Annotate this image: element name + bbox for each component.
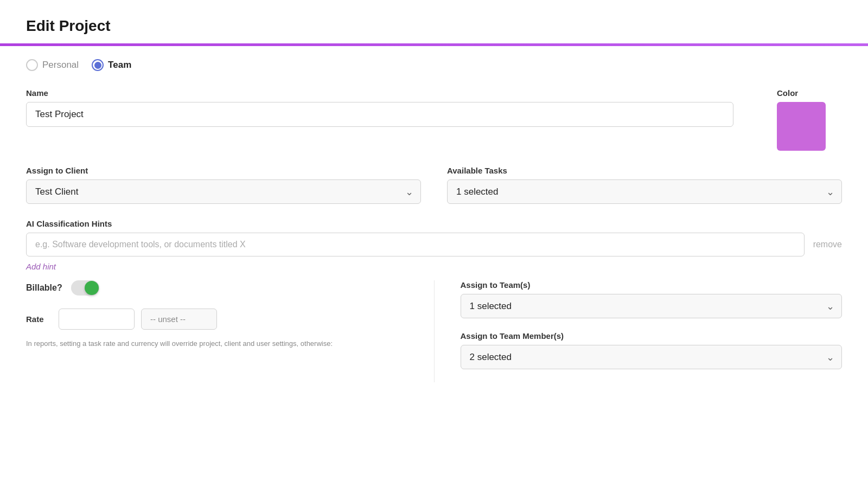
page-title: Edit Project xyxy=(26,17,842,35)
assign-client-select-wrapper: Test Client ⌄ xyxy=(26,179,421,204)
rate-currency-select[interactable]: -- unset -- xyxy=(141,309,217,330)
assign-client-label: Assign to Client xyxy=(26,166,421,175)
rate-label: Rate xyxy=(26,314,52,324)
toggle-track xyxy=(71,280,99,296)
available-tasks-select[interactable]: 1 selected xyxy=(447,179,842,204)
assign-section: Assign to Team(s) 1 selected ⌄ Assign to… xyxy=(435,280,843,382)
color-field-group: Color xyxy=(777,88,842,151)
assign-client-group: Assign to Client Test Client ⌄ xyxy=(26,166,421,204)
assign-teams-select-wrapper: 1 selected ⌄ xyxy=(461,294,843,318)
name-color-layout: Name Color xyxy=(26,88,842,166)
assign-members-group: Assign to Team Member(s) 2 selected ⌄ xyxy=(461,331,843,369)
progress-bar xyxy=(0,43,868,46)
assign-members-label: Assign to Team Member(s) xyxy=(461,331,843,341)
assign-teams-group: Assign to Team(s) 1 selected ⌄ xyxy=(461,280,843,318)
available-tasks-label: Available Tasks xyxy=(447,166,842,175)
project-type-group: Personal Team xyxy=(26,59,842,71)
assign-teams-label: Assign to Team(s) xyxy=(461,280,843,290)
color-swatch[interactable] xyxy=(777,102,826,151)
radio-team-circle xyxy=(92,59,104,71)
add-hint-link[interactable]: Add hint xyxy=(26,262,56,271)
radio-personal[interactable]: Personal xyxy=(26,59,79,71)
billable-rate-section: Billable? Rate -- unset -- In reports, s… xyxy=(26,280,435,382)
ai-hints-input[interactable] xyxy=(26,233,805,256)
radio-personal-circle xyxy=(26,59,38,71)
name-field-group: Name xyxy=(26,88,733,127)
page-container: Edit Project Personal Team Name Color xyxy=(0,0,868,400)
name-input[interactable] xyxy=(26,102,733,127)
client-tasks-row: Assign to Client Test Client ⌄ Available… xyxy=(26,166,842,204)
name-section: Name xyxy=(26,88,733,142)
assign-client-select[interactable]: Test Client xyxy=(26,179,421,204)
toggle-thumb xyxy=(85,281,99,295)
radio-team-label: Team xyxy=(108,60,131,70)
available-tasks-select-wrapper: 1 selected ⌄ xyxy=(447,179,842,204)
name-label: Name xyxy=(26,88,733,98)
remove-hint-link[interactable]: remove xyxy=(813,240,842,249)
billable-toggle[interactable] xyxy=(71,280,99,296)
billable-label: Billable? xyxy=(26,283,62,293)
hint-input-row: remove xyxy=(26,233,842,256)
color-section: Color xyxy=(777,88,842,166)
assign-members-select[interactable]: 2 selected xyxy=(461,345,843,369)
ai-hints-section: AI Classification Hints remove Add hint xyxy=(26,219,842,272)
rate-row: Rate -- unset -- xyxy=(26,309,408,330)
assign-teams-select[interactable]: 1 selected xyxy=(461,294,843,318)
radio-team[interactable]: Team xyxy=(92,59,131,71)
ai-hints-label: AI Classification Hints xyxy=(26,219,842,228)
rate-input[interactable] xyxy=(59,309,135,330)
available-tasks-group: Available Tasks 1 selected ⌄ xyxy=(447,166,842,204)
billable-row: Billable? xyxy=(26,280,408,296)
bottom-section: Billable? Rate -- unset -- In reports, s… xyxy=(26,280,842,382)
rate-note: In reports, setting a task rate and curr… xyxy=(26,338,408,349)
radio-personal-label: Personal xyxy=(42,60,79,70)
color-label: Color xyxy=(777,88,842,98)
assign-members-select-wrapper: 2 selected ⌄ xyxy=(461,345,843,369)
